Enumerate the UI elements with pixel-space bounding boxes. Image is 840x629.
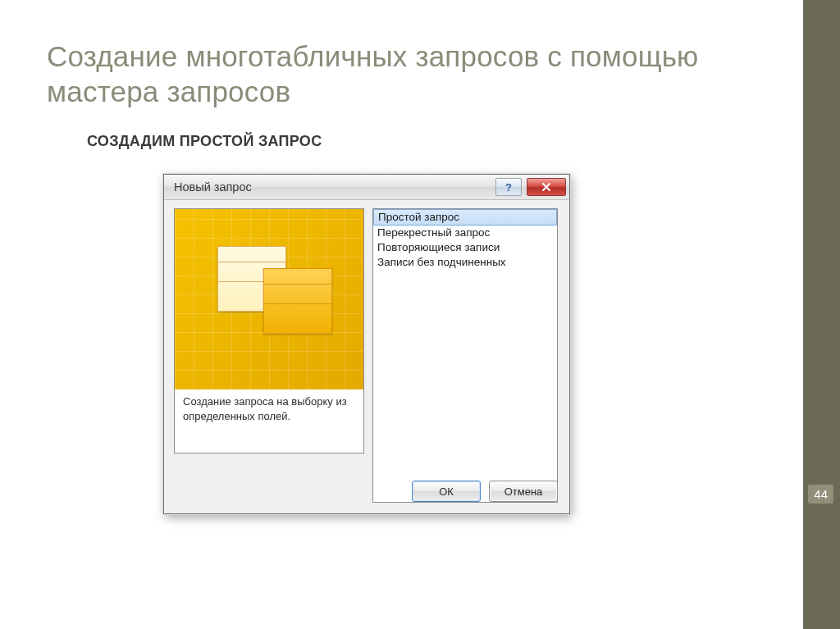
dialog-title: Новый запрос — [174, 180, 252, 194]
help-button[interactable]: ? — [495, 178, 522, 196]
titlebar-buttons: ? — [495, 178, 566, 196]
list-item[interactable]: Записи без подчиненных — [373, 255, 557, 270]
dialog-titlebar: Новый запрос ? — [164, 175, 569, 200]
slide-side-stripe — [803, 0, 840, 629]
presentation-slide: Создание многотабличных запросов с помощ… — [0, 0, 840, 629]
help-icon: ? — [505, 181, 512, 194]
list-item[interactable]: Повторяющиеся записи — [373, 240, 557, 255]
query-preview-art — [175, 209, 363, 390]
close-icon — [541, 182, 551, 192]
dialog-button-row: ОК Отмена — [412, 481, 558, 502]
list-item[interactable]: Перекрестный запрос — [373, 226, 557, 240]
slide-subtitle: СОЗДАДИМ ПРОСТОЙ ЗАПРОС — [87, 133, 322, 150]
list-item[interactable]: Простой запрос — [373, 209, 557, 226]
query-preview-caption: Создание запроса на выборку из определен… — [183, 394, 355, 423]
slide-title: Создание многотабличных запросов с помощ… — [47, 39, 719, 109]
close-button[interactable] — [527, 178, 566, 196]
dialog-body: Создание запроса на выборку из определен… — [164, 200, 569, 513]
query-preview-panel: Создание запроса на выборку из определен… — [174, 208, 364, 454]
cancel-button[interactable]: Отмена — [489, 481, 558, 502]
ok-button[interactable]: ОК — [412, 481, 481, 502]
preview-table-icon — [263, 268, 332, 334]
query-type-list[interactable]: Простой запрос Перекрестный запрос Повто… — [372, 208, 558, 503]
slide-page-number: 44 — [808, 485, 833, 504]
new-query-dialog: Новый запрос ? Создание зап — [163, 174, 570, 514]
